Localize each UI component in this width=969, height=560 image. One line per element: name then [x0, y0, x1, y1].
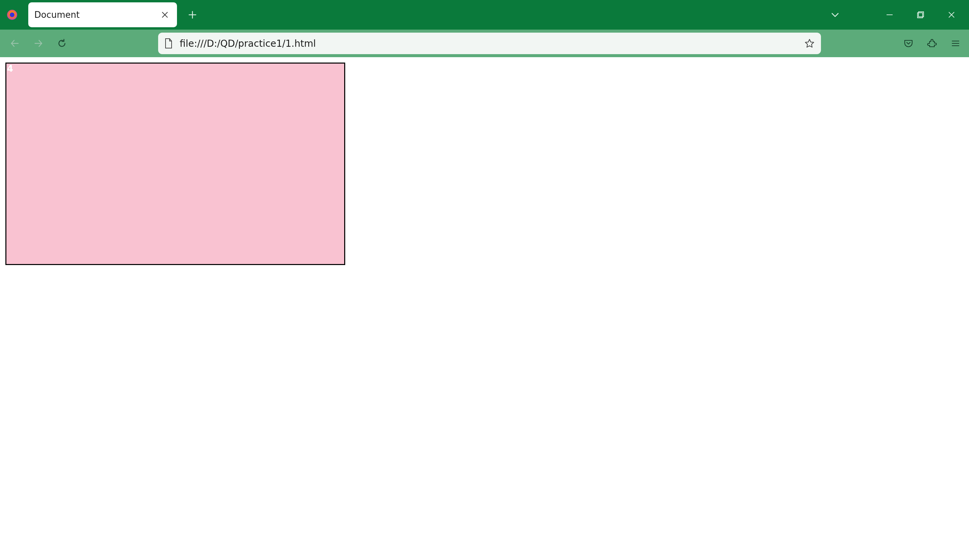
window-maximize-button[interactable] — [905, 0, 936, 30]
url-text: file:///D:/QD/practice1/1.html — [180, 38, 798, 49]
bookmark-button[interactable] — [803, 37, 816, 50]
tab-title: Document — [34, 10, 154, 20]
tabbar: Document — [28, 0, 820, 30]
close-icon — [161, 11, 168, 18]
star-icon — [804, 38, 814, 48]
window-minimize-button[interactable] — [874, 0, 905, 30]
pocket-icon — [903, 38, 914, 48]
forward-arrow-icon — [33, 38, 43, 48]
app-menu-button[interactable] — [947, 35, 964, 52]
svg-point-1 — [10, 12, 15, 17]
minimize-icon — [886, 11, 894, 19]
navigation-toolbar: file:///D:/QD/practice1/1.html — [0, 30, 969, 57]
page-box-text: 4 — [7, 63, 13, 74]
window-close-button[interactable] — [936, 0, 967, 30]
page-viewport: 4 — [0, 57, 969, 560]
close-tab-button[interactable] — [158, 8, 171, 22]
file-icon — [164, 38, 173, 49]
address-bar[interactable]: file:///D:/QD/practice1/1.html — [158, 33, 821, 54]
close-window-icon — [947, 11, 956, 19]
site-identity-button[interactable] — [163, 38, 174, 49]
tab-document[interactable]: Document — [28, 2, 177, 27]
forward-button[interactable] — [29, 34, 48, 53]
puzzle-icon — [927, 38, 937, 48]
pocket-button[interactable] — [901, 35, 917, 52]
firefox-logo-icon — [5, 7, 20, 22]
back-arrow-icon — [10, 38, 20, 48]
chevron-down-icon — [831, 10, 840, 20]
titlebar-right — [823, 0, 967, 30]
titlebar: Document — [0, 0, 969, 30]
tabs-dropdown-button[interactable] — [823, 0, 847, 30]
new-tab-button[interactable] — [185, 7, 201, 23]
page-box: 4 — [5, 63, 345, 265]
back-button[interactable] — [5, 34, 24, 53]
maximize-icon — [917, 11, 924, 19]
reload-icon — [57, 38, 67, 48]
plus-icon — [188, 10, 197, 19]
reload-button[interactable] — [52, 34, 72, 53]
svg-marker-14 — [806, 39, 814, 47]
extensions-button[interactable] — [924, 35, 940, 52]
toolbar-right — [901, 35, 964, 52]
hamburger-icon — [951, 38, 961, 48]
